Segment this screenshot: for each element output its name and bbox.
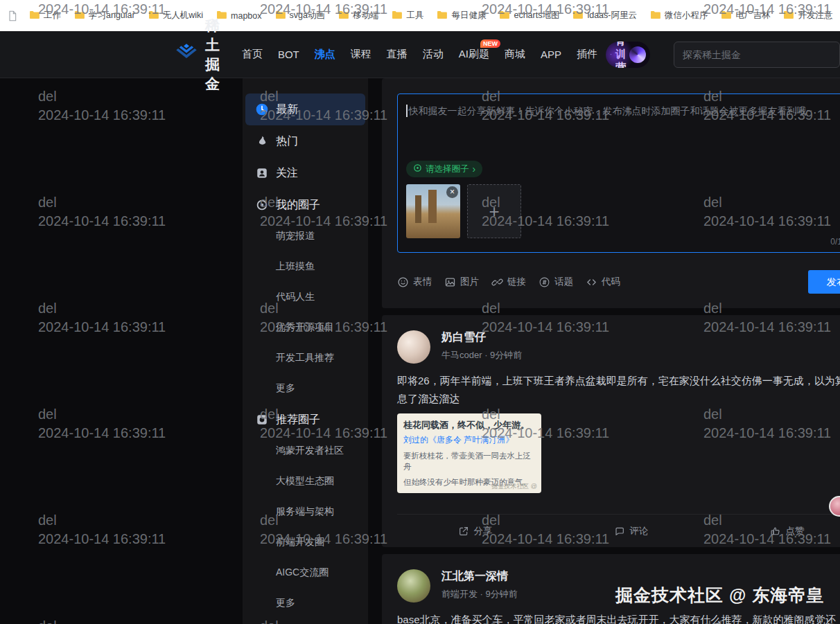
- circle-picker-button[interactable]: 请选择圈子 ›: [406, 161, 482, 177]
- comment-button[interactable]: 评论: [553, 525, 709, 537]
- bookmark-label: 学习angular: [89, 10, 135, 21]
- sidebar-section-my-circles[interactable]: 我的圈子: [245, 189, 365, 221]
- post-card: 江北第一深情 前端开发 · 9分钟前 base北京，准备买个车，平常回老家或者周…: [382, 554, 840, 624]
- sparkle-icon: [610, 51, 612, 58]
- bookmark-item[interactable]: 每日健康: [437, 10, 486, 21]
- watermark: del2024-10-14 16:39:11: [38, 87, 166, 125]
- bookmark-item[interactable]: 工具: [392, 10, 423, 21]
- nav-item-shop[interactable]: 商城: [505, 48, 525, 61]
- sidebar-section-title: 推荐圈子: [276, 413, 320, 427]
- sidebar-item-circle[interactable]: 上班摸鱼: [245, 251, 365, 282]
- composer-placeholder: 快和掘友一起分享新鲜事！告诉你个小秘密，发布沸点时添加圈子和话题会被更多掘友看到…: [409, 104, 812, 118]
- sidebar-tab-label: 最新: [276, 102, 298, 117]
- flame-icon: [255, 134, 269, 148]
- bookmark-label: 每日健康: [451, 10, 486, 21]
- tool-label: 图片: [460, 276, 479, 288]
- sidebar-item-circle[interactable]: AIGC交流圈: [245, 558, 365, 588]
- add-image-button[interactable]: +: [467, 184, 521, 238]
- nav-item-ai-practice[interactable]: AI刷题 NEW: [459, 48, 489, 61]
- bookmark-item[interactable]: 微信小程序: [650, 10, 708, 21]
- sidebar-item-circle[interactable]: 优秀开源项目: [245, 312, 365, 343]
- avatar[interactable]: [397, 330, 430, 364]
- quote-source-link[interactable]: 刘过的《唐多令 芦叶满汀洲》: [403, 434, 535, 446]
- nav-item-app[interactable]: APP: [541, 48, 561, 60]
- uploaded-image-thumbnail[interactable]: ×: [406, 184, 460, 238]
- remove-image-button[interactable]: ×: [446, 186, 458, 198]
- folder-icon: [721, 10, 731, 21]
- nav-item-bot[interactable]: BOT: [278, 48, 299, 60]
- like-button[interactable]: 点赞: [709, 525, 840, 537]
- sidebar-tab-hot[interactable]: 热门: [245, 125, 365, 157]
- post-input[interactable]: 快和掘友一起分享新鲜事！告诉你个小秘密，发布沸点时添加圈子和话题会被更多掘友看到…: [397, 93, 840, 253]
- nav-item-pins[interactable]: 沸点: [315, 48, 335, 61]
- sidebar-item-circle[interactable]: 萌宠报道: [245, 221, 365, 251]
- code-icon: [586, 276, 597, 288]
- image-tool-button[interactable]: 图片: [444, 276, 479, 288]
- sidebar-section-recommended-circles[interactable]: 推荐圈子: [245, 404, 365, 436]
- comment-label: 评论: [630, 525, 649, 537]
- bookmark-item[interactable]: 电厂吉林: [721, 10, 770, 21]
- nav-item-home[interactable]: 首页: [242, 48, 263, 61]
- folder-icon: [650, 10, 660, 21]
- nav-item-events[interactable]: 活动: [423, 48, 444, 61]
- bookmark-item[interactable]: 工作: [29, 10, 61, 21]
- post-author[interactable]: 奶白雪仔: [441, 330, 522, 345]
- bookmark-item[interactable]: 开发注意: [783, 10, 832, 21]
- sidebar-item-more[interactable]: 更多: [245, 373, 365, 404]
- sidebar-item-circle[interactable]: 开发工具推荐: [245, 343, 365, 373]
- bookmark-label: idaas-阿里云: [587, 10, 637, 21]
- post-actions: 分享 评论 点赞: [397, 514, 840, 547]
- sidebar-tab-latest[interactable]: 最新: [245, 93, 365, 125]
- post-author[interactable]: 江北第一深情: [441, 569, 518, 584]
- topic-tool-button[interactable]: 话题: [539, 276, 573, 288]
- share-button[interactable]: 分享: [397, 525, 553, 537]
- sidebar-item-circle[interactable]: 代码人生: [245, 282, 365, 312]
- my-circles-icon: [255, 198, 269, 212]
- watermark: del2024-10-14 16:39:11: [38, 511, 166, 549]
- thumb-up-icon: [770, 526, 781, 537]
- recommend-circles-icon: [255, 413, 269, 427]
- folder-icon: [275, 10, 286, 21]
- bookmark-item[interactable]: idaas-阿里云: [572, 10, 637, 21]
- folder-icon: [338, 10, 349, 21]
- sidebar-item-circle[interactable]: 服务端与架构: [245, 497, 365, 527]
- char-count: 0/1000: [830, 237, 840, 247]
- publish-button[interactable]: 发布: [808, 270, 840, 294]
- sidebar-item-circle[interactable]: 前端开发圈: [245, 527, 365, 558]
- composer-card: 快和掘友一起分享新鲜事！告诉你个小秘密，发布沸点时添加圈子和话题会被更多掘友看到…: [382, 78, 840, 308]
- emoji-tool-button[interactable]: 表情: [397, 276, 432, 288]
- new-badge: NEW: [480, 39, 500, 48]
- folder-icon: [572, 10, 583, 21]
- avatar[interactable]: [397, 569, 430, 603]
- sidebar-item-circle[interactable]: 大模型生态圈: [245, 466, 365, 497]
- text-caret: [406, 105, 408, 117]
- search-input[interactable]: [674, 42, 840, 68]
- nav-item-courses[interactable]: 课程: [351, 48, 371, 61]
- page-icon[interactable]: [7, 10, 18, 21]
- sidebar-tab-label: 热门: [276, 134, 298, 149]
- juejin-logo[interactable]: 稀土掘金: [175, 16, 224, 93]
- bookmark-label: mapbox: [231, 11, 261, 21]
- watermark: del2024-10-14 16:39:11: [38, 299, 166, 337]
- sidebar-tab-following[interactable]: 关注: [245, 157, 365, 189]
- juejin-logo-icon: [175, 44, 198, 66]
- circle-icon: [413, 163, 422, 175]
- tool-label: 表情: [413, 276, 432, 288]
- folder-icon: [783, 10, 794, 21]
- bookmarks-list: 工作学习angular无人机wikimapboxsvga动画移动端工具每日健康e…: [29, 10, 833, 21]
- bookmark-item[interactable]: svga动画: [275, 10, 325, 21]
- quote-card[interactable]: 桂花同载酒，终不似，少年游。 刘过的《唐多令 芦叶满汀洲》 要折枝桂花，带壶美酒…: [397, 413, 541, 493]
- code-tool-button[interactable]: 代码: [586, 276, 620, 288]
- nav-item-plugins[interactable]: 插件: [577, 48, 597, 61]
- youth-camp-button[interactable]: 青训营: [606, 42, 650, 68]
- bookmark-item[interactable]: 学习angular: [74, 10, 135, 21]
- link-tool-button[interactable]: 链接: [491, 276, 526, 288]
- camp-swirl-icon: [629, 46, 646, 63]
- sidebar-item-circle[interactable]: 鸿蒙开发者社区: [245, 436, 365, 466]
- tool-label: 链接: [507, 276, 526, 288]
- clock-icon: [255, 102, 269, 116]
- sidebar-item-more[interactable]: 更多: [245, 588, 365, 618]
- nav-item-live[interactable]: 直播: [387, 48, 408, 61]
- bookmark-item[interactable]: 移动端: [338, 10, 379, 21]
- bookmark-item[interactable]: echarts地图: [499, 10, 559, 21]
